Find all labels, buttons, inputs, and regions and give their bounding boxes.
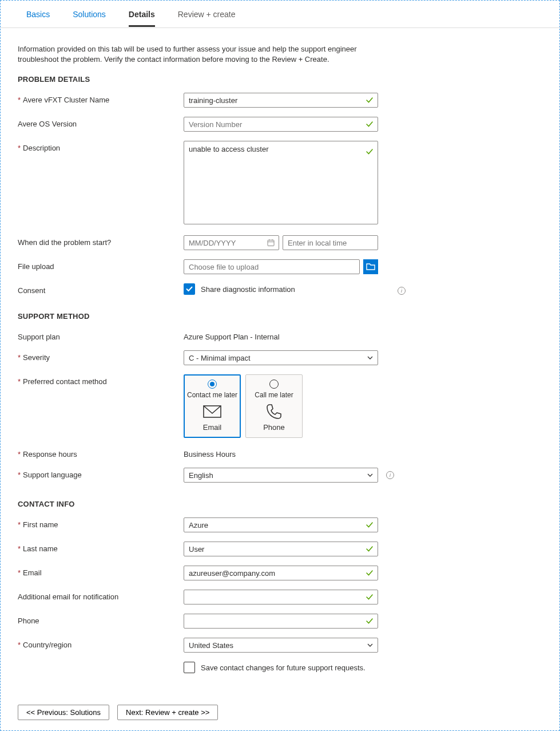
required-marker: * [18, 353, 21, 362]
save-contact-checkbox[interactable] [184, 662, 195, 673]
severity-select[interactable]: C - Minimal impact [184, 350, 378, 365]
file-upload-label: File upload [18, 262, 54, 271]
time-input[interactable] [283, 235, 378, 250]
page-frame: Basics Solutions Details Review + create… [0, 0, 560, 731]
info-icon[interactable]: i [386, 471, 394, 479]
consent-label: Consent [18, 286, 45, 295]
file-browse-button[interactable] [363, 259, 378, 274]
info-icon[interactable]: i [398, 287, 406, 295]
phone-label: Phone [18, 617, 39, 625]
required-marker: * [18, 544, 21, 553]
svg-rect-0 [268, 240, 274, 246]
section-problem-details: PROBLEM DETAILS [18, 75, 542, 84]
file-upload-input[interactable] [184, 259, 360, 274]
contact-method-email-card[interactable]: Contact me later Email [184, 374, 241, 438]
tab-bar: Basics Solutions Details Review + create [1, 1, 559, 28]
phone-card-sub: Phone [248, 423, 300, 432]
folder-icon [366, 263, 375, 271]
support-language-select[interactable]: English [184, 468, 378, 483]
required-marker: * [18, 377, 21, 386]
consent-text: Share diagnostic information [201, 285, 295, 294]
response-hours-label: Response hours [23, 450, 77, 459]
section-support-method: SUPPORT METHOD [18, 312, 542, 321]
phone-input[interactable] [184, 614, 378, 629]
phone-card-title: Call me later [248, 391, 300, 399]
required-marker: * [18, 450, 21, 459]
description-textarea[interactable]: unable to access cluster [184, 141, 378, 224]
last-name-label: Last name [23, 544, 58, 553]
first-name-input[interactable] [184, 517, 378, 532]
os-version-input[interactable] [184, 117, 378, 132]
email-label: Email [23, 568, 42, 577]
calendar-icon[interactable] [267, 239, 275, 247]
tab-solutions[interactable]: Solutions [73, 2, 106, 27]
contact-method-label: Preferred contact method [23, 377, 107, 386]
support-plan-label: Support plan [18, 333, 60, 341]
consent-checkbox[interactable] [184, 283, 195, 295]
additional-email-input[interactable] [184, 590, 378, 604]
cluster-name-input[interactable] [184, 93, 378, 108]
required-marker: * [18, 96, 21, 104]
email-input[interactable] [184, 566, 378, 580]
severity-label: Severity [23, 353, 50, 362]
tab-basics[interactable]: Basics [26, 2, 50, 27]
response-hours-value: Business Hours [184, 447, 378, 459]
contact-method-phone-card[interactable]: Call me later Phone [245, 374, 303, 438]
support-plan-value: Azure Support Plan - Internal [184, 330, 378, 341]
support-language-label: Support language [23, 471, 82, 479]
when-label: When did the problem start? [18, 238, 111, 247]
required-marker: * [18, 471, 21, 479]
description-label: Description [23, 144, 60, 152]
required-marker: * [18, 568, 21, 577]
first-name-label: First name [23, 520, 58, 529]
save-contact-text: Save contact changes for future support … [201, 663, 366, 672]
form-scroll-area[interactable]: Information provided on this tab will be… [1, 28, 559, 694]
footer-bar: << Previous: Solutions Next: Review + cr… [1, 694, 559, 730]
required-marker: * [18, 641, 21, 649]
section-contact-info: CONTACT INFO [18, 500, 542, 508]
previous-button[interactable]: << Previous: Solutions [18, 705, 109, 720]
country-label: Country/region [23, 641, 72, 649]
required-marker: * [18, 144, 21, 152]
cluster-name-label: Avere vFXT Cluster Name [23, 96, 109, 104]
last-name-input[interactable] [184, 542, 378, 556]
mail-icon [186, 404, 238, 420]
email-card-sub: Email [186, 423, 238, 432]
additional-email-label: Additional email for notification [18, 592, 118, 601]
tab-details[interactable]: Details [129, 2, 155, 27]
phone-icon [248, 404, 300, 420]
date-input[interactable] [184, 235, 279, 250]
os-version-label: Avere OS Version [18, 120, 77, 128]
intro-text: Information provided on this tab will be… [18, 44, 384, 65]
email-card-title: Contact me later [186, 391, 238, 399]
country-select[interactable]: United States [184, 638, 378, 653]
radio-selected [208, 380, 217, 389]
radio-unselected [269, 380, 279, 389]
required-marker: * [18, 520, 21, 529]
next-button[interactable]: Next: Review + create >> [117, 705, 218, 720]
tab-review-create[interactable]: Review + create [178, 2, 236, 27]
